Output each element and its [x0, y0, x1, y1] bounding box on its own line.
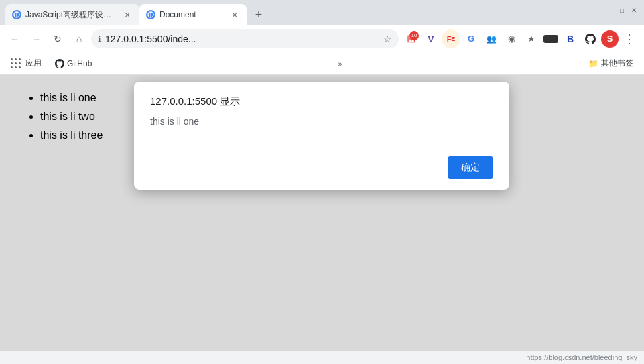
ext-badge: 10: [409, 31, 419, 40]
ext-people-btn[interactable]: 👥: [482, 29, 501, 48]
tab-favicon-2: [146, 10, 155, 19]
ext-dark-btn[interactable]: ◉: [502, 29, 521, 48]
dialog-title: 127.0.0.1:5500 显示: [150, 95, 240, 108]
minimize-button[interactable]: —: [605, 5, 615, 15]
ext-v-btn[interactable]: V: [422, 29, 440, 48]
profile-avatar[interactable]: S: [601, 30, 619, 48]
dialog-message: this is li one: [150, 116, 493, 143]
alert-dialog: 127.0.0.1:5500 显示 this is li one 确定: [134, 82, 509, 190]
toolbar: ← → ↻ ⌂ ℹ 127.0.0.1:5500/inde... ☆ ⊞ 10 …: [0, 25, 644, 52]
address-text: 127.0.0.1:5500/inde...: [105, 34, 379, 44]
ext-grid-btn[interactable]: ⊞ 10: [401, 29, 420, 48]
tab-title-1: JavaScript高级程序设计（第3版: [25, 9, 118, 21]
new-tab-button[interactable]: +: [249, 5, 268, 24]
back-button[interactable]: ←: [5, 29, 24, 48]
github-icon: [55, 59, 64, 68]
apps-grid-icon: [11, 58, 21, 69]
status-text: https://blog.csdn.net/bleeding_sky: [526, 353, 637, 361]
close-button[interactable]: ✕: [629, 5, 639, 15]
address-bar[interactable]: ℹ 127.0.0.1:5500/inde... ☆: [91, 29, 399, 48]
browser-frame: JavaScript高级程序设计（第3版 ✕ Document ✕ + — □ …: [0, 0, 644, 364]
bookmark-github[interactable]: GitHub: [50, 56, 97, 71]
extensions-area: ⊞ 10 V F E G 👥 ◉ ★ B S ⋮: [401, 29, 639, 48]
dialog-header: 127.0.0.1:5500 显示: [150, 95, 493, 108]
bookmark-star-icon[interactable]: ☆: [383, 34, 392, 44]
tab-bar: JavaScript高级程序设计（第3版 ✕ Document ✕ + — □ …: [0, 0, 644, 25]
bookmarks-more[interactable]: »: [334, 57, 346, 70]
ext-gh-btn[interactable]: [581, 29, 600, 48]
dialog-footer: 确定: [150, 156, 493, 179]
ext-star-btn[interactable]: ★: [522, 29, 541, 48]
menu-button[interactable]: ⋮: [620, 29, 639, 48]
tab-close-1[interactable]: ✕: [122, 9, 133, 20]
ext-img-btn[interactable]: [543, 35, 558, 43]
dialog-overlay: 127.0.0.1:5500 显示 this is li one 确定: [0, 75, 644, 351]
tab-close-2[interactable]: ✕: [229, 9, 240, 20]
folder-icon: 📁: [588, 59, 598, 68]
bookmark-other[interactable]: 📁 其他书签: [583, 55, 639, 72]
ext-fe-btn[interactable]: F E: [442, 29, 460, 48]
ext-b-btn[interactable]: B: [561, 29, 580, 48]
window-controls: — □ ✕: [605, 5, 639, 15]
status-bar: https://blog.csdn.net/bleeding_sky: [0, 351, 644, 364]
page-content: this is li one this is li two this is li…: [0, 75, 644, 351]
forward-button[interactable]: →: [27, 29, 46, 48]
maximize-button[interactable]: □: [617, 5, 627, 15]
tab-document[interactable]: Document ✕: [139, 4, 247, 25]
reload-button[interactable]: ↻: [48, 29, 67, 48]
tab-javascript[interactable]: JavaScript高级程序设计（第3版 ✕: [5, 4, 139, 25]
github-label: GitHub: [67, 59, 92, 68]
other-bookmarks-label: 其他书签: [601, 58, 633, 69]
tab-favicon-1: [12, 10, 21, 19]
home-button[interactable]: ⌂: [70, 29, 88, 48]
tab-title-2: Document: [159, 10, 225, 19]
apps-label: 应用: [25, 58, 42, 69]
dialog-confirm-button[interactable]: 确定: [448, 156, 493, 179]
bookmark-apps[interactable]: 应用: [5, 55, 47, 72]
bookmarks-bar: 应用 GitHub » 📁 其他书签: [0, 52, 644, 75]
secure-icon: ℹ: [98, 34, 101, 44]
ext-google-btn[interactable]: G: [462, 29, 480, 48]
